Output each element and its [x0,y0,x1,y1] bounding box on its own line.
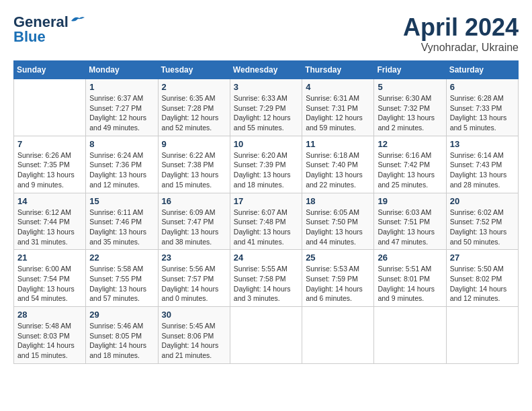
calendar-cell: 6Sunrise: 6:28 AM Sunset: 7:33 PM Daylig… [446,79,518,136]
day-number: 1 [89,82,154,92]
day-info: Sunrise: 6:30 AM Sunset: 7:32 PM Dayligh… [378,93,442,133]
calendar-cell: 12Sunrise: 6:16 AM Sunset: 7:42 PM Dayli… [374,136,446,193]
bird-icon [70,15,85,26]
calendar-cell [14,79,86,136]
day-info: Sunrise: 5:46 AM Sunset: 8:05 PM Dayligh… [89,321,154,361]
calendar-cell: 1Sunrise: 6:37 AM Sunset: 7:27 PM Daylig… [86,79,158,136]
day-info: Sunrise: 5:58 AM Sunset: 7:55 PM Dayligh… [89,264,154,304]
day-number: 10 [234,139,298,149]
day-number: 21 [17,253,82,263]
day-number: 4 [306,82,370,92]
calendar-cell: 18Sunrise: 6:05 AM Sunset: 7:50 PM Dayli… [302,193,374,250]
day-info: Sunrise: 6:03 AM Sunset: 7:51 PM Dayligh… [378,208,442,247]
calendar-cell: 4Sunrise: 6:31 AM Sunset: 7:31 PM Daylig… [302,79,374,136]
weekday-header-tuesday: Tuesday [158,61,230,79]
day-number: 11 [306,139,370,149]
weekday-header-saturday: Saturday [446,61,518,79]
day-info: Sunrise: 6:00 AM Sunset: 7:54 PM Dayligh… [17,264,82,304]
day-number: 17 [234,196,298,206]
day-info: Sunrise: 6:33 AM Sunset: 7:29 PM Dayligh… [234,93,298,133]
day-number: 9 [162,139,226,149]
day-number: 19 [378,196,442,206]
calendar-cell [230,307,302,364]
day-info: Sunrise: 6:26 AM Sunset: 7:35 PM Dayligh… [17,150,82,190]
calendar-cell: 21Sunrise: 6:00 AM Sunset: 7:54 PM Dayli… [14,250,86,307]
calendar-cell: 7Sunrise: 6:26 AM Sunset: 7:35 PM Daylig… [14,136,86,193]
calendar-cell [446,307,518,364]
day-number: 7 [17,139,82,149]
day-number: 22 [89,253,154,263]
title-block: April 2024 Vynohradar, Ukraine [403,13,519,54]
calendar-cell: 3Sunrise: 6:33 AM Sunset: 7:29 PM Daylig… [230,79,302,136]
page-header: General Blue April 2024 Vynohradar, Ukra… [13,13,519,54]
weekday-header-wednesday: Wednesday [230,61,302,79]
day-number: 13 [450,139,515,149]
calendar-cell: 23Sunrise: 5:56 AM Sunset: 7:57 PM Dayli… [158,250,230,307]
day-info: Sunrise: 6:09 AM Sunset: 7:47 PM Dayligh… [162,208,226,247]
calendar-cell: 30Sunrise: 5:45 AM Sunset: 8:06 PM Dayli… [158,307,230,364]
day-number: 2 [162,82,226,92]
day-info: Sunrise: 5:53 AM Sunset: 7:59 PM Dayligh… [306,264,370,304]
calendar-table: SundayMondayTuesdayWednesdayThursdayFrid… [13,60,519,364]
calendar-cell: 9Sunrise: 6:22 AM Sunset: 7:38 PM Daylig… [158,136,230,193]
weekday-header-friday: Friday [374,61,446,79]
weekday-header-sunday: Sunday [14,61,86,79]
day-number: 29 [89,310,154,320]
day-info: Sunrise: 5:55 AM Sunset: 7:58 PM Dayligh… [234,264,298,304]
day-info: Sunrise: 5:50 AM Sunset: 8:02 PM Dayligh… [450,264,515,304]
day-info: Sunrise: 6:14 AM Sunset: 7:43 PM Dayligh… [450,150,515,190]
day-number: 26 [378,253,442,263]
calendar-week-row: 14Sunrise: 6:12 AM Sunset: 7:44 PM Dayli… [14,193,519,250]
day-number: 16 [162,196,226,206]
calendar-cell: 11Sunrise: 6:18 AM Sunset: 7:40 PM Dayli… [302,136,374,193]
day-info: Sunrise: 6:07 AM Sunset: 7:48 PM Dayligh… [234,208,298,247]
calendar-cell: 28Sunrise: 5:48 AM Sunset: 8:03 PM Dayli… [14,307,86,364]
calendar-cell: 22Sunrise: 5:58 AM Sunset: 7:55 PM Dayli… [86,250,158,307]
page-subtitle: Vynohradar, Ukraine [403,42,519,54]
weekday-header-row: SundayMondayTuesdayWednesdayThursdayFrid… [14,61,519,79]
calendar-cell: 13Sunrise: 6:14 AM Sunset: 7:43 PM Dayli… [446,136,518,193]
day-info: Sunrise: 6:20 AM Sunset: 7:39 PM Dayligh… [234,150,298,190]
calendar-cell [302,307,374,364]
day-number: 8 [89,139,154,149]
day-info: Sunrise: 6:37 AM Sunset: 7:27 PM Dayligh… [89,93,154,133]
day-info: Sunrise: 6:12 AM Sunset: 7:44 PM Dayligh… [17,208,82,247]
calendar-cell: 24Sunrise: 5:55 AM Sunset: 7:58 PM Dayli… [230,250,302,307]
day-number: 28 [17,310,82,320]
calendar-cell: 29Sunrise: 5:46 AM Sunset: 8:05 PM Dayli… [86,307,158,364]
day-number: 6 [450,82,515,92]
calendar-cell: 17Sunrise: 6:07 AM Sunset: 7:48 PM Dayli… [230,193,302,250]
calendar-cell: 25Sunrise: 5:53 AM Sunset: 7:59 PM Dayli… [302,250,374,307]
day-number: 12 [378,139,442,149]
day-number: 18 [306,196,370,206]
day-info: Sunrise: 6:11 AM Sunset: 7:46 PM Dayligh… [89,208,154,247]
logo: General Blue [13,13,85,46]
day-info: Sunrise: 6:22 AM Sunset: 7:38 PM Dayligh… [162,150,226,190]
calendar-cell: 20Sunrise: 6:02 AM Sunset: 7:52 PM Dayli… [446,193,518,250]
calendar-week-row: 28Sunrise: 5:48 AM Sunset: 8:03 PM Dayli… [14,307,519,364]
calendar-week-row: 21Sunrise: 6:00 AM Sunset: 7:54 PM Dayli… [14,250,519,307]
day-number: 24 [234,253,298,263]
day-number: 3 [234,82,298,92]
calendar-cell: 5Sunrise: 6:30 AM Sunset: 7:32 PM Daylig… [374,79,446,136]
day-info: Sunrise: 5:56 AM Sunset: 7:57 PM Dayligh… [162,264,226,304]
day-info: Sunrise: 6:18 AM Sunset: 7:40 PM Dayligh… [306,150,370,190]
day-number: 5 [378,82,442,92]
day-info: Sunrise: 6:02 AM Sunset: 7:52 PM Dayligh… [450,208,515,247]
weekday-header-thursday: Thursday [302,61,374,79]
day-info: Sunrise: 6:35 AM Sunset: 7:28 PM Dayligh… [162,93,226,133]
day-info: Sunrise: 6:31 AM Sunset: 7:31 PM Dayligh… [306,93,370,133]
calendar-cell [374,307,446,364]
day-number: 20 [450,196,515,206]
calendar-week-row: 7Sunrise: 6:26 AM Sunset: 7:35 PM Daylig… [14,136,519,193]
day-info: Sunrise: 5:45 AM Sunset: 8:06 PM Dayligh… [162,321,226,361]
day-info: Sunrise: 6:24 AM Sunset: 7:36 PM Dayligh… [89,150,154,190]
calendar-cell: 14Sunrise: 6:12 AM Sunset: 7:44 PM Dayli… [14,193,86,250]
day-info: Sunrise: 6:28 AM Sunset: 7:33 PM Dayligh… [450,93,515,133]
logo-blue: Blue [13,28,46,46]
calendar-cell: 10Sunrise: 6:20 AM Sunset: 7:39 PM Dayli… [230,136,302,193]
day-number: 15 [89,196,154,206]
day-number: 30 [162,310,226,320]
calendar-cell: 8Sunrise: 6:24 AM Sunset: 7:36 PM Daylig… [86,136,158,193]
day-number: 27 [450,253,515,263]
